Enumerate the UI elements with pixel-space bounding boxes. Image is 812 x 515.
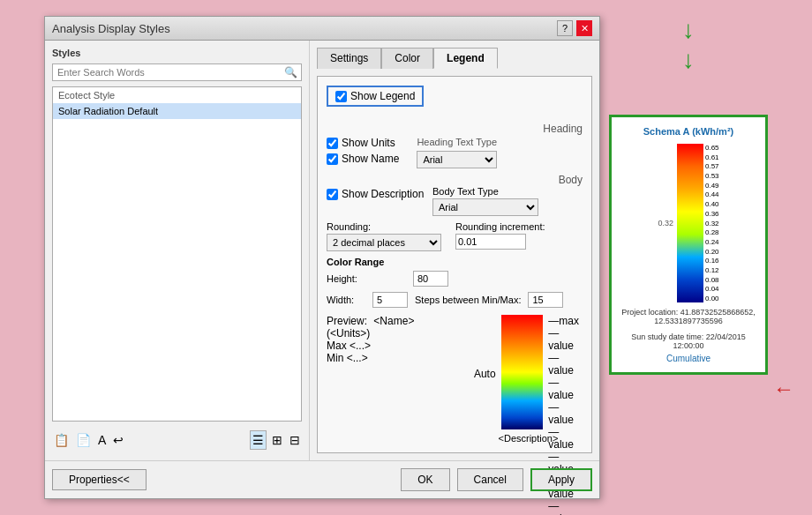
legend-meta-line2: Sun study date time: 22/04/2015 12:00:00 [620,332,756,350]
tab-color[interactable]: Color [381,48,433,69]
search-input[interactable] [53,64,281,80]
title-controls: ? ✕ [557,20,592,36]
apply-button[interactable]: Apply [530,468,592,491]
height-input[interactable] [413,271,448,287]
preview-left: Preview: <Name> (<Units>) Max <...> Min … [327,315,456,444]
search-icon-button[interactable]: 🔍 [281,64,301,80]
footer-left: Properties<< [52,469,147,490]
tab-content: Show Legend Heading Show Units [317,76,592,453]
detail-view-btn[interactable]: ⊟ [288,430,302,450]
show-legend-checkbox[interactable] [335,91,347,102]
dialog-titlebar: Analysis Display Styles ? ✕ [45,17,599,41]
heading-font-select[interactable]: Arial [417,151,497,168]
toolbar-right: ☰ ⊞ ⊟ [250,430,302,450]
show-units-label: Show Units [342,137,395,149]
styles-label: Styles [52,48,302,58]
heading-text-type-label: Heading Text Type [417,137,497,147]
show-legend-row[interactable]: Show Legend [327,86,424,107]
preview-max: Max <...> [327,340,456,352]
dialog-title: Analysis Display Styles [52,22,170,35]
rounding-select[interactable]: 2 decimal places [327,234,441,251]
grid-view-btn[interactable]: ⊞ [270,430,284,450]
dialog-footer: Properties<< OK Cancel Apply [45,460,599,498]
show-description-label: Show Description [342,188,424,200]
show-name-label: Show Name [342,153,399,165]
steps-label: Steps between Min/Max: [415,295,521,305]
bottom-toolbar: 📋 📄 A ↩ ☰ ⊞ ⊟ [52,427,302,453]
width-label: Width: [327,295,365,305]
show-units-checkbox[interactable] [327,138,338,149]
rounding-increment-input[interactable] [455,234,526,250]
color-range-section: Color Range Height: Width: Steps between… [327,257,583,308]
legend-values: 0.65 0.61 0.57 0.53 0.49 0.44 0.40 0.36 … [705,144,719,302]
reset-btn[interactable]: ↩ [111,431,125,449]
footer-right: OK Cancel Apply [401,468,592,491]
show-legend-label: Show Legend [350,90,415,102]
tab-legend[interactable]: Legend [433,48,498,69]
style-item[interactable]: Solar Radiation Default [53,103,301,119]
rounding-label: Rounding: [327,221,441,232]
legend-color-bar [677,144,703,302]
legend-outer: 0.32 0.65 0.61 0.57 0.53 0.49 0.44 0.40 … [658,144,718,302]
right-area: ↓ ↓ Schema A (kWh/m²) 0.32 0.65 0.61 0.5… [609,16,768,375]
tab-settings[interactable]: Settings [317,48,381,69]
arrow-down-2: ↓ [682,46,695,74]
copy-btn[interactable]: 📄 [74,431,93,449]
color-bar-preview [501,315,544,429]
new-btn[interactable]: 📋 [52,431,71,449]
steps-input[interactable] [528,292,563,308]
main-dialog: Analysis Display Styles ? ✕ Styles 🔍 Eco… [44,16,600,499]
width-input[interactable] [372,292,408,308]
height-row: Height: [327,271,583,287]
rounding-increment-label: Rounding increment: [455,221,545,232]
right-panel: Settings Color Legend Show Legend [310,41,599,460]
left-panel: Styles 🔍 Ecotect Style Solar Radiation D… [45,41,310,460]
tabs: Settings Color Legend [317,48,592,69]
properties-button[interactable]: Properties<< [52,469,147,490]
preview-label-text: Preview: [327,315,367,327]
preview-auto-label: Auto [474,368,496,380]
show-units-row[interactable]: Show Units [327,137,399,149]
list-view-btn[interactable]: ☰ [250,430,267,450]
text-btn[interactable]: A [96,431,108,449]
legend-side-label: 0.32 [658,219,673,228]
height-label: Height: [327,273,406,284]
styles-list: Ecotect Style Solar Radiation Default [52,86,302,422]
show-name-checkbox[interactable] [327,153,338,165]
body-font-select[interactable]: Arial [432,198,538,216]
toolbar-left: 📋 📄 A ↩ [52,431,125,449]
body-text-type-label: Body Text Type [432,186,499,197]
legend-cumulative: Cumulative [666,354,710,363]
ok-button[interactable]: OK [401,468,449,491]
close-button[interactable]: ✕ [576,20,592,36]
legend-meta-line1: Project location: 41.88732525868652, 12.… [620,308,756,325]
heading-section-label: Heading [543,123,583,135]
legend-panel-title: Schema A (kWh/m²) [643,126,733,137]
help-button[interactable]: ? [557,20,573,36]
search-box: 🔍 [52,63,302,81]
preview-section: Preview: <Name> (<Units>) Max <...> Min … [327,315,583,444]
dialog-body: Styles 🔍 Ecotect Style Solar Radiation D… [45,41,599,460]
show-description-checkbox[interactable] [327,189,338,200]
body-section-label: Body [559,174,583,186]
preview-label: Preview: <Name> (<Units>) [327,315,456,340]
style-category: Ecotect Style [53,87,301,103]
show-name-row[interactable]: Show Name [327,153,399,165]
color-range-title: Color Range [327,257,583,267]
description-text: <Description> [499,433,559,444]
arrow-down-1: ↓ [682,16,695,44]
preview-min: Min <...> [327,352,456,364]
legend-panel: Schema A (kWh/m²) 0.32 0.65 0.61 0.57 0.… [609,115,768,375]
cancel-button[interactable]: Cancel [457,468,523,491]
arrow-right: ← [773,377,794,401]
